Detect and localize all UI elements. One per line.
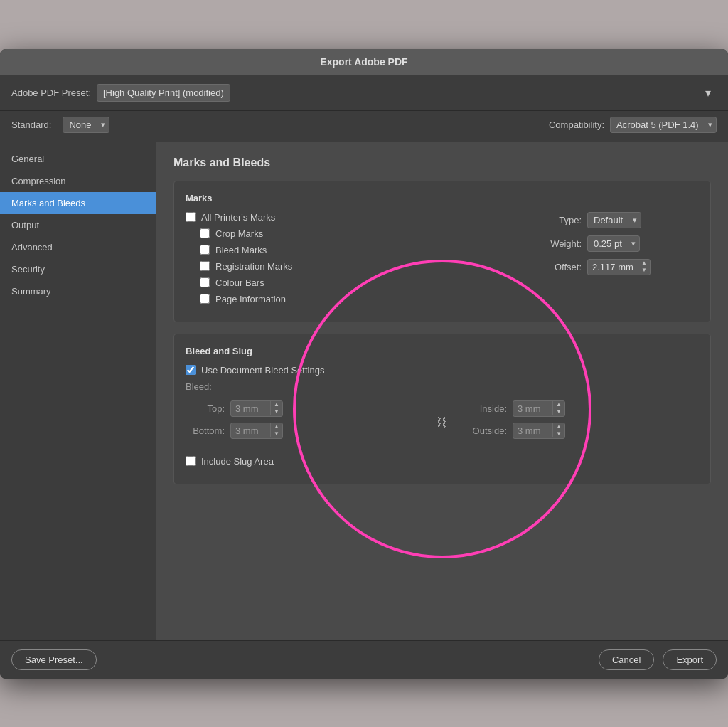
- type-wrapper: Default: [587, 212, 641, 228]
- top-bleed-increment[interactable]: ▲: [271, 401, 282, 408]
- offset-label: Offset:: [542, 262, 582, 272]
- top-bleed-decrement[interactable]: ▼: [271, 408, 282, 415]
- outside-bleed-decrement[interactable]: ▼: [553, 430, 564, 437]
- top-bleed-field[interactable]: [231, 401, 270, 416]
- inside-bleed-row: Inside: ▲ ▼: [468, 400, 699, 417]
- include-slug-checkbox[interactable]: [186, 456, 196, 466]
- title-bar: Export Adobe PDF: [0, 49, 728, 75]
- offset-spinner-btns: ▲ ▼: [638, 260, 650, 274]
- crop-marks-checkbox[interactable]: [200, 228, 210, 238]
- crop-marks-label[interactable]: Crop Marks: [215, 228, 263, 239]
- bottom-bar: Save Preset... Cancel Export: [0, 640, 728, 679]
- top-bleed-input: ▲ ▼: [230, 400, 283, 417]
- type-field-row: Type: Default: [542, 212, 699, 228]
- registration-marks-label[interactable]: Registration Marks: [215, 261, 292, 272]
- sidebar-item-summary[interactable]: Summary: [0, 280, 156, 302]
- registration-marks-row: Registration Marks: [186, 261, 525, 272]
- sidebar-item-marks-bleeds[interactable]: Marks and Bleeds: [0, 192, 156, 214]
- bottom-bleed-row: Bottom: ▲ ▼: [186, 423, 417, 439]
- standard-wrapper: None: [63, 117, 109, 133]
- top-bleed-row: Top: ▲ ▼: [186, 400, 417, 417]
- bleed-marks-checkbox[interactable]: [200, 245, 210, 255]
- weight-label: Weight:: [542, 238, 582, 249]
- bottom-bleed-spinner-btns: ▲ ▼: [270, 423, 282, 437]
- type-label: Type:: [542, 215, 582, 225]
- second-row: Standard: None Compatibility: Acrobat 5 …: [0, 111, 728, 142]
- bleed-subsection-title: Bleed and Slug: [186, 346, 699, 356]
- outside-bleed-increment[interactable]: ▲: [553, 423, 564, 430]
- cancel-button[interactable]: Cancel: [599, 649, 654, 670]
- bottom-bleed-increment[interactable]: ▲: [271, 423, 282, 430]
- marks-section: Marks All Printer's Marks Crop Marks: [173, 181, 711, 322]
- sidebar-item-general[interactable]: General: [0, 148, 156, 170]
- compat-select[interactable]: Acrobat 5 (PDF 1.4): [610, 117, 717, 133]
- bottom-bleed-decrement[interactable]: ▼: [271, 430, 282, 437]
- sidebar-item-security[interactable]: Security: [0, 258, 156, 280]
- outside-bleed-label: Outside:: [468, 425, 507, 436]
- weight-select[interactable]: 0.25 pt: [587, 235, 640, 252]
- use-doc-bleed-label[interactable]: Use Document Bleed Settings: [201, 365, 324, 376]
- page-info-row: Page Information: [186, 294, 525, 304]
- include-slug-label[interactable]: Include Slug Area: [201, 456, 274, 467]
- save-preset-button[interactable]: Save Preset...: [11, 649, 97, 670]
- bleed-marks-label[interactable]: Bleed Marks: [215, 245, 267, 255]
- top-bleed-label: Top:: [186, 403, 225, 414]
- offset-field-row: Offset: ▲ ▼: [542, 259, 699, 275]
- all-printers-marks-row: All Printer's Marks: [186, 212, 525, 223]
- bleed-left-col: Top: ▲ ▼ Bottom:: [186, 400, 417, 445]
- bottom-bleed-field[interactable]: [231, 423, 270, 438]
- outside-bleed-row: Outside: ▲ ▼: [468, 423, 699, 439]
- type-select[interactable]: Default: [587, 212, 641, 228]
- colour-bars-row: Colour Bars: [186, 277, 525, 288]
- marks-left: All Printer's Marks Crop Marks Bleed Mar…: [186, 212, 525, 310]
- preset-label: Adobe PDF Preset:: [11, 87, 91, 98]
- all-printers-marks-checkbox[interactable]: [186, 212, 196, 222]
- page-info-label[interactable]: Page Information: [215, 294, 286, 304]
- inside-bleed-field[interactable]: [513, 401, 552, 416]
- sidebar-item-advanced[interactable]: Advanced: [0, 236, 156, 258]
- inside-bleed-increment[interactable]: ▲: [553, 401, 564, 408]
- outside-bleed-spinner-btns: ▲ ▼: [552, 423, 564, 437]
- inside-bleed-decrement[interactable]: ▼: [553, 408, 564, 415]
- use-doc-bleed-checkbox[interactable]: [186, 365, 196, 375]
- bleed-wrapper: Bleed and Slug Use Document Bleed Settin…: [173, 334, 711, 484]
- bleed-marks-row: Bleed Marks: [186, 245, 525, 255]
- offset-spinner: ▲ ▼: [587, 259, 651, 275]
- offset-input[interactable]: [588, 260, 638, 275]
- marks-right: Type: Default Weight: 0.25 p: [542, 212, 699, 310]
- bleed-right-col: Inside: ▲ ▼ Outside:: [468, 400, 699, 445]
- colour-bars-label[interactable]: Colour Bars: [215, 277, 264, 288]
- preset-select[interactable]: [High Quality Print] (modified): [97, 84, 230, 102]
- outside-bleed-input: ▲ ▼: [513, 423, 565, 439]
- outside-bleed-field[interactable]: [513, 423, 552, 438]
- export-pdf-dialog: Export Adobe PDF Adobe PDF Preset: [High…: [0, 49, 728, 679]
- sidebar: General Compression Marks and Bleeds Out…: [0, 142, 156, 640]
- bleed-label: Bleed:: [186, 381, 699, 392]
- crop-marks-row: Crop Marks: [186, 228, 525, 239]
- sidebar-item-output[interactable]: Output: [0, 214, 156, 236]
- offset-decrement-btn[interactable]: ▼: [638, 267, 650, 274]
- compat-wrapper: Acrobat 5 (PDF 1.4): [610, 117, 717, 133]
- registration-marks-checkbox[interactable]: [200, 261, 210, 271]
- include-slug-row: Include Slug Area: [186, 456, 699, 467]
- bottom-bleed-label: Bottom:: [186, 425, 225, 436]
- standard-label: Standard:: [11, 120, 51, 130]
- weight-field-row: Weight: 0.25 pt: [542, 235, 699, 252]
- export-button[interactable]: Export: [663, 649, 717, 670]
- section-title: Marks and Bleeds: [173, 156, 711, 169]
- colour-bars-checkbox[interactable]: [200, 277, 210, 287]
- marks-grid: All Printer's Marks Crop Marks Bleed Mar…: [186, 212, 699, 310]
- compat-label: Compatibility:: [549, 120, 604, 130]
- top-bleed-spinner-btns: ▲ ▼: [270, 401, 282, 415]
- offset-increment-btn[interactable]: ▲: [638, 260, 650, 267]
- action-buttons: Cancel Export: [599, 649, 717, 670]
- page-info-checkbox[interactable]: [200, 294, 210, 304]
- standard-select[interactable]: None: [63, 117, 109, 133]
- sidebar-item-compression[interactable]: Compression: [0, 170, 156, 192]
- compat-group: Compatibility: Acrobat 5 (PDF 1.4): [549, 117, 717, 133]
- all-printers-marks-label[interactable]: All Printer's Marks: [201, 212, 275, 223]
- marks-subsection-title: Marks: [186, 193, 699, 203]
- link-icon: ⛓: [434, 400, 451, 445]
- preset-wrapper: [High Quality Print] (modified): [97, 84, 717, 102]
- use-doc-bleed-row: Use Document Bleed Settings: [186, 365, 699, 376]
